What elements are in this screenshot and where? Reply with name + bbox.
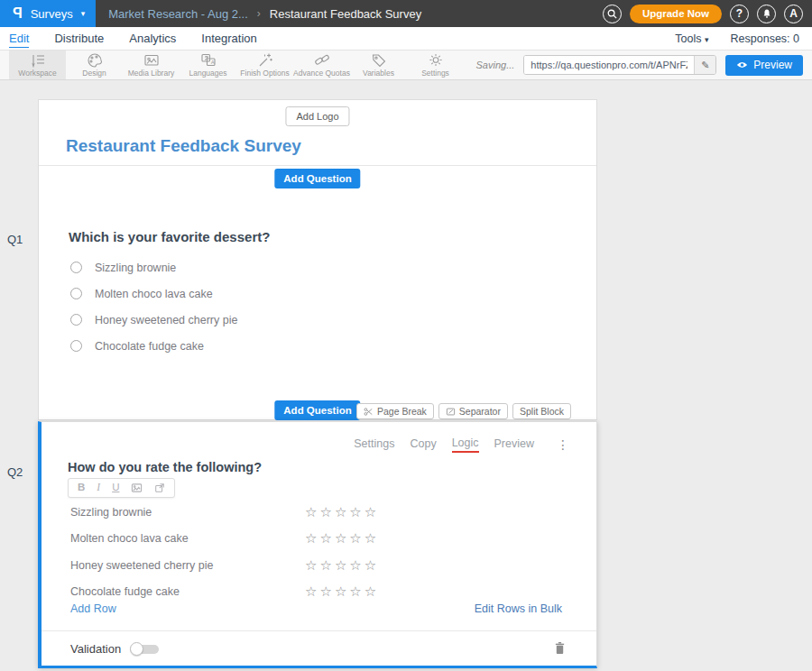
validation-row: Validation <box>70 642 160 656</box>
toolbar-item-advance-quotas[interactable]: Advance Quotas <box>293 51 350 79</box>
magic-wand-icon <box>257 52 273 68</box>
preview-button[interactable]: Preview <box>725 55 803 76</box>
validation-toggle[interactable] <box>130 642 160 656</box>
row-label[interactable]: Chocolate fudge cake <box>70 585 180 598</box>
notifications-button[interactable] <box>757 5 776 23</box>
breadcrumb-current: Restaurant Feedback Survey <box>270 7 421 21</box>
page-break-button[interactable]: Page Break <box>356 403 434 419</box>
toolbar-item-workspace[interactable]: Workspace <box>9 51 66 79</box>
add-question-button-bottom[interactable]: Add Question <box>274 400 360 420</box>
star-rating[interactable]: ☆☆☆☆☆ <box>305 504 379 520</box>
rating-row: Sizzling brownie ☆☆☆☆☆ <box>70 499 569 526</box>
search-icon <box>606 8 618 20</box>
surveys-menu[interactable]: P Surveys ▾ <box>0 0 96 27</box>
chevron-down-icon: ▾ <box>705 35 709 44</box>
add-row-link[interactable]: Add Row <box>70 602 116 615</box>
q2-logic-button[interactable]: Logic <box>452 437 479 453</box>
q1-option[interactable]: Sizzling brownie <box>70 254 237 280</box>
q1-option[interactable]: Molten choco lava cake <box>70 280 237 307</box>
row-label[interactable]: Molten choco lava cake <box>70 532 189 545</box>
tools-dropdown[interactable]: Tools ▾ <box>675 32 708 45</box>
tab-analytics[interactable]: Analytics <box>129 30 176 47</box>
row-label[interactable]: Honey sweetened cherry pie <box>70 559 213 572</box>
toggle-knob <box>130 642 143 656</box>
radio-button[interactable] <box>70 262 82 273</box>
section-tabs: Edit Distribute Analytics Integration To… <box>0 27 812 51</box>
survey-canvas: Q1 Q2 Add Logo Restaurant Feedback Surve… <box>0 80 812 671</box>
star-rating[interactable]: ☆☆☆☆☆ <box>305 584 379 600</box>
delete-question-button[interactable] <box>554 641 566 658</box>
block-tool-label: Page Break <box>377 406 427 417</box>
q1-question-text[interactable]: Which is your favorite dessert? <box>69 229 270 244</box>
responses-count[interactable]: Responses: 0 <box>731 32 799 45</box>
edit-url-button[interactable]: ✎ <box>694 56 715 74</box>
insert-link-button[interactable] <box>154 483 165 493</box>
editor-toolbar: Workspace Design Media Library A Languag… <box>0 51 812 80</box>
toolbar-item-variables[interactable]: Variables <box>350 51 407 79</box>
q2-settings-button[interactable]: Settings <box>354 437 394 452</box>
preview-label: Preview <box>753 59 792 71</box>
svg-text:A: A <box>210 60 214 65</box>
toolbar-label: Languages <box>189 69 226 78</box>
survey-header-block: Add Logo Restaurant Feedback Survey Add … <box>38 99 597 420</box>
bell-icon <box>761 8 772 19</box>
toolbar-label: Design <box>82 69 106 78</box>
rating-row: Chocolate fudge cake ☆☆☆☆☆ <box>70 579 569 606</box>
row-label[interactable]: Sizzling brownie <box>70 506 152 519</box>
radio-button[interactable] <box>70 340 82 352</box>
upgrade-now-button[interactable]: Upgrade Now <box>630 5 722 23</box>
q2-preview-button[interactable]: Preview <box>494 437 534 452</box>
product-label: Surveys <box>31 7 73 21</box>
tools-label: Tools <box>675 32 701 45</box>
underline-button[interactable]: U <box>112 483 119 493</box>
toolbar-item-languages[interactable]: A Languages <box>180 51 236 79</box>
toolbar-item-media-library[interactable]: Media Library <box>123 51 180 79</box>
search-button[interactable] <box>603 5 622 23</box>
q1-options: Sizzling brownie Molten choco lava cake … <box>70 254 237 359</box>
block-tool-label: Separator <box>459 406 501 417</box>
tag-icon <box>371 52 387 68</box>
q2-question-block[interactable]: Settings Copy Logic Preview ⋮ How do you… <box>38 421 597 668</box>
block-tool-label: Split Block <box>520 406 564 417</box>
star-rating[interactable]: ☆☆☆☆☆ <box>305 557 379 574</box>
q2-copy-button[interactable]: Copy <box>410 437 436 452</box>
tab-integration[interactable]: Integration <box>201 30 256 47</box>
radio-button[interactable] <box>70 314 82 326</box>
radio-button[interactable] <box>70 288 82 299</box>
breadcrumb-parent[interactable]: Market Research - Aug 2... <box>108 7 248 21</box>
survey-url-input[interactable] <box>524 56 694 74</box>
kebab-menu-icon[interactable]: ⋮ <box>557 438 569 451</box>
survey-title[interactable]: Restaurant Feedback Survey <box>66 136 301 156</box>
toolbar-item-design[interactable]: Design <box>66 51 123 79</box>
question-number-q2: Q2 <box>7 465 23 479</box>
image-icon <box>131 483 143 493</box>
q2-question-text[interactable]: How do you rate the following? <box>68 460 262 474</box>
help-button[interactable]: ? <box>730 5 749 23</box>
insert-image-button[interactable] <box>131 483 143 493</box>
block-tools: Page Break Separator Split Block <box>356 403 571 419</box>
avatar[interactable]: A <box>784 5 803 23</box>
split-block-button[interactable]: Split Block <box>512 403 571 419</box>
edit-rows-in-bulk-link[interactable]: Edit Rows in Bulk <box>475 602 562 615</box>
toolbar-label: Settings <box>421 69 449 78</box>
help-icon: ? <box>736 7 743 20</box>
question-number-q1: Q1 <box>7 233 23 246</box>
bold-button[interactable]: B <box>78 483 85 493</box>
toolbar-item-settings[interactable]: Settings <box>407 51 464 79</box>
toolbar-label: Media Library <box>128 69 175 78</box>
italic-button[interactable]: I <box>97 483 100 493</box>
add-logo-button[interactable]: Add Logo <box>285 106 349 126</box>
add-question-button-top[interactable]: Add Question <box>274 169 360 188</box>
external-link-icon <box>154 483 165 493</box>
q1-option[interactable]: Chocolate fudge cake <box>70 333 237 359</box>
trash-icon <box>554 641 566 655</box>
questionpro-logo-icon: P <box>13 6 23 21</box>
q1-option[interactable]: Honey sweetened cherry pie <box>70 307 237 333</box>
tab-distribute[interactable]: Distribute <box>54 30 104 47</box>
eye-icon <box>736 60 748 69</box>
toolbar-item-finish-options[interactable]: Finish Options <box>236 51 293 79</box>
palette-icon <box>87 52 103 68</box>
tab-edit[interactable]: Edit <box>9 30 29 48</box>
star-rating[interactable]: ☆☆☆☆☆ <box>305 530 379 547</box>
separator-button[interactable]: Separator <box>438 403 508 419</box>
